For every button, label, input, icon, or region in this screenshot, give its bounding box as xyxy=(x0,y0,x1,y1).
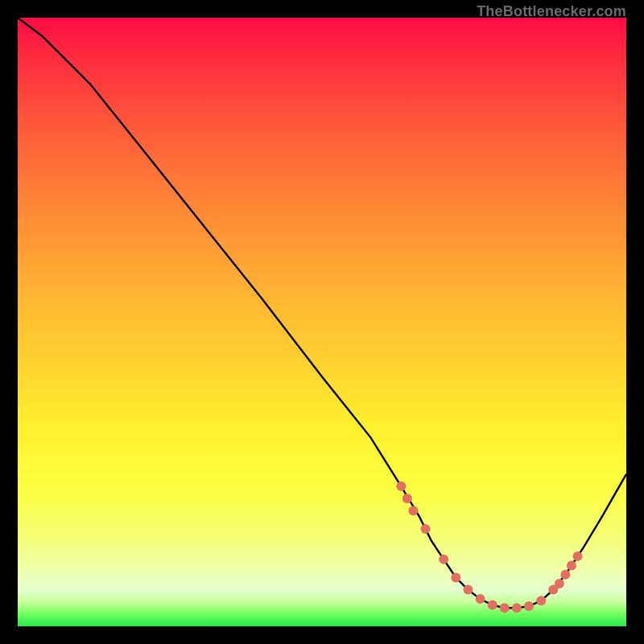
marker-dot xyxy=(488,601,497,610)
curve-line xyxy=(18,18,626,608)
chart-curve xyxy=(18,18,626,626)
marker-dot xyxy=(524,601,534,611)
marker-dot xyxy=(408,506,418,515)
chart-plot-area xyxy=(18,18,626,626)
marker-dot xyxy=(536,596,546,605)
marker-dot xyxy=(476,594,485,604)
curve-markers xyxy=(396,481,582,613)
marker-dot xyxy=(573,551,583,561)
marker-dot xyxy=(439,555,448,564)
marker-dot xyxy=(567,560,576,570)
chart-root: TheBottlenecker.com xyxy=(0,0,644,644)
marker-dot xyxy=(463,585,473,595)
marker-dot xyxy=(548,585,558,595)
marker-dot xyxy=(451,573,460,583)
marker-dot xyxy=(500,603,510,613)
marker-dot xyxy=(396,481,406,491)
marker-dot xyxy=(560,570,570,580)
marker-dot xyxy=(512,603,522,613)
marker-dot xyxy=(402,493,412,503)
watermark-text: TheBottlenecker.com xyxy=(477,3,626,20)
marker-dot xyxy=(421,524,431,534)
marker-dot xyxy=(555,579,564,588)
